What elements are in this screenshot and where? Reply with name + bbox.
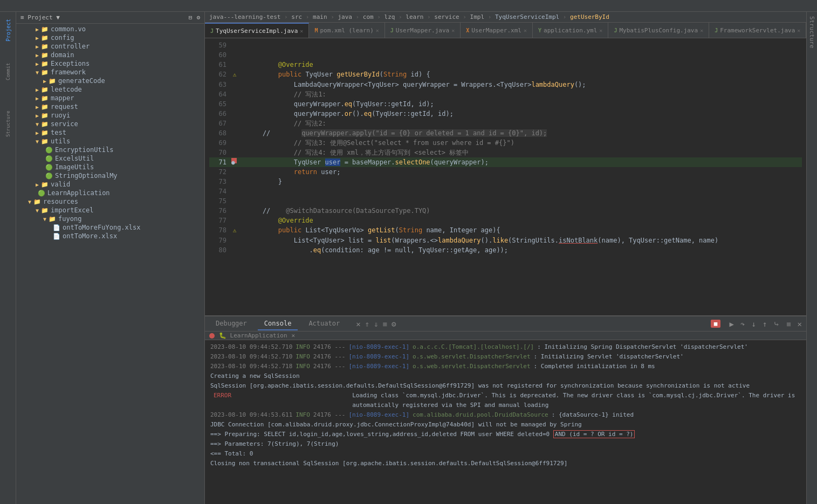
code-line-65: 65 queryWrapper.eq(TyqUser::getId, id); xyxy=(209,99,802,109)
debug-tab-actuator[interactable]: Actuator xyxy=(302,317,346,330)
step-over-btn[interactable]: ↷ xyxy=(740,320,745,328)
structure-label[interactable]: Structure xyxy=(806,12,817,53)
code-line-69: 69 // 写法3: 使用@Select("select * from user… xyxy=(209,138,802,148)
tab-close-3[interactable]: ✕ xyxy=(524,27,527,33)
project-label: ≡ Project ▼ xyxy=(20,14,60,21)
project-panel: ≡ Project ▼ ⊟ ⚙ ▶ 📁 common.vo ▶ 📁 config… xyxy=(16,12,205,504)
stop-btn[interactable]: ■ xyxy=(711,320,721,328)
project-tree: ▶ 📁 common.vo ▶ 📁 config ▶ 📁 controller … xyxy=(16,24,204,504)
tree-item-23[interactable]: 📄 ontToMoreFuYong.xlsx xyxy=(16,223,204,232)
tab-close-4[interactable]: ✕ xyxy=(599,27,602,33)
tree-item-9[interactable]: ▶ 📁 request xyxy=(16,102,204,111)
evaluate-btn[interactable]: ≡ xyxy=(786,320,791,328)
code-line-74: 74 xyxy=(209,187,802,196)
close-debug-btn[interactable]: ✕ xyxy=(798,320,802,328)
breadcrumb: java---learning-test › src › main › java… xyxy=(205,12,806,23)
tab-4[interactable]: Y application.yml ✕ xyxy=(533,23,608,38)
code-line-68: 68 // queryWrapper.apply("id = {0} or de… xyxy=(209,128,802,138)
tree-item-19[interactable]: 🟢 LearnApplication xyxy=(16,189,204,197)
log-line-8: ==> Preparing: SELECT id,login_id,age,lo… xyxy=(209,430,802,439)
editor-area: java---learning-test › src › main › java… xyxy=(205,12,806,504)
tab-1[interactable]: M pom.xml (learn) ✕ xyxy=(309,23,385,38)
tab-3[interactable]: X UserMapper.xml ✕ xyxy=(461,23,533,38)
tab-close-2[interactable]: ✕ xyxy=(451,27,455,33)
tree-item-14[interactable]: 🟢 EncryptionUtils xyxy=(16,146,204,154)
scroll-bottom-btn[interactable]: ⇓ xyxy=(373,319,379,329)
tree-item-4[interactable]: ▶ 📁 Exceptions xyxy=(16,59,204,68)
tab-5[interactable]: J MybatisPlusConfig.java ✕ xyxy=(608,23,709,38)
step-out-btn[interactable]: ↑ xyxy=(763,320,767,328)
tree-item-12[interactable]: ▶ 📁 test xyxy=(16,128,204,137)
tree-item-11[interactable]: ▼ 📁 service xyxy=(16,120,204,128)
icon-sidebar: Project Commit Structure xyxy=(0,12,16,504)
code-line-73: 73 } xyxy=(209,177,802,187)
debug-close[interactable]: ✕ xyxy=(292,332,296,339)
log-line-6: 2023-08-10 09:44:53.611 INFO 24176 --- [… xyxy=(209,410,802,420)
commit-icon[interactable]: Commit xyxy=(4,58,12,85)
tab-6[interactable]: J FrameworkServlet.java ✕ xyxy=(709,23,806,38)
structure-icon[interactable]: Structure xyxy=(4,108,12,140)
tree-item-7[interactable]: ▶ 📁 leetcode xyxy=(16,85,204,94)
code-line-63: 63 LambdaQueryWrapper<TyqUser> queryWrap… xyxy=(209,80,802,89)
scroll-top-btn[interactable]: ⇑ xyxy=(364,319,370,329)
tree-item-22[interactable]: ▼ 📁 fuyong xyxy=(16,215,204,223)
debug-tab-console[interactable]: Console xyxy=(258,317,298,330)
tab-close-1[interactable]: ✕ xyxy=(376,27,379,33)
settings-btn[interactable]: ⚙ xyxy=(390,319,397,329)
code-line-62: 62 ⚠ public TyqUser getUserById(String i… xyxy=(209,70,802,80)
tree-item-18[interactable]: ▶ 📁 valid xyxy=(16,180,204,189)
code-line-59: 59 xyxy=(209,40,802,50)
log-line-4: SqlSession [org.apache.ibatis.session.de… xyxy=(209,381,802,391)
project-panel-header: ≡ Project ▼ ⊟ ⚙ xyxy=(16,12,204,24)
tree-item-8[interactable]: ▶ 📁 mapper xyxy=(16,94,204,102)
clear-btn[interactable]: ✕ xyxy=(355,319,361,329)
tree-item-2[interactable]: ▶ 📁 controller xyxy=(16,42,204,51)
settings-icon[interactable]: ⚙ xyxy=(196,14,200,21)
log-line-10: <== Total: 0 xyxy=(209,449,802,459)
resume-btn[interactable]: ▶ xyxy=(729,320,733,328)
code-line-72: 72 return user; xyxy=(209,167,802,177)
project-icon[interactable]: Project xyxy=(4,14,12,46)
tree-item-20[interactable]: ▼ 📁 resources xyxy=(16,197,204,206)
code-line-61: 61 @Override xyxy=(209,60,802,70)
tree-item-3[interactable]: ▶ 📁 domain xyxy=(16,51,204,59)
tree-item-17[interactable]: 🟢 StringOptionalMy xyxy=(16,171,204,180)
log-line-1: 2023-08-10 09:44:52.710 INFO 24176 --- [… xyxy=(209,352,802,362)
step-into-btn[interactable]: ↓ xyxy=(751,320,756,328)
code-line-76: 76 // @SwitchDatasource(DataSourceType.T… xyxy=(209,206,802,216)
tab-0[interactable]: J TyqUserServiceImpl.java ✕ xyxy=(205,23,309,38)
tree-item-1[interactable]: ▶ 📁 config xyxy=(16,33,204,42)
tree-item-10[interactable]: ▶ 📁 ruoyi xyxy=(16,111,204,120)
code-line-67: 67 // 写法2: xyxy=(209,119,802,128)
code-line-78: 78 ⚠ public List<TyqUserVo> getList(Stri… xyxy=(209,225,802,236)
tree-item-21[interactable]: ▼ 📁 importExcel xyxy=(16,206,204,215)
tree-item-0[interactable]: ▶ 📁 common.vo xyxy=(16,25,204,33)
tab-2[interactable]: J UserMapper.java ✕ xyxy=(385,23,461,38)
tab-close-0[interactable]: ✕ xyxy=(300,28,303,34)
debug-content[interactable]: 2023-08-10 09:44:52.710 INFO 24176 --- [… xyxy=(205,340,806,504)
main-layout: Project Commit Structure ≡ Project ▼ ⊟ ⚙… xyxy=(0,12,817,504)
tree-item-6[interactable]: ▶ 📁 generateCode xyxy=(16,77,204,85)
tree-item-13[interactable]: ▼ 📁 utils xyxy=(16,137,204,146)
log-line-2: 2023-08-10 09:44:52.718 INFO 24176 --- [… xyxy=(209,362,802,371)
tree-item-15[interactable]: 🟢 ExcelsUtil xyxy=(16,154,204,163)
code-line-60: 60 xyxy=(209,50,802,60)
debug-app-name[interactable]: 🐛 LearnApplication xyxy=(219,332,287,339)
code-editor[interactable]: 59 60 61 @Override 62 ⚠ public TyqUser g… xyxy=(205,38,806,315)
code-line-71: 71 ● TyqUser user = baseMapper.selectOne… xyxy=(209,157,802,167)
log-line-11: Closing non transactional SqlSession [or… xyxy=(209,459,802,468)
tree-item-5[interactable]: ▼ 📁 framework xyxy=(16,68,204,77)
filter-btn[interactable]: ≡ xyxy=(381,319,388,329)
debug-header: Debugger Console Actuator ✕ ⇑ ⇓ ≡ ⚙ ■ ▶ … xyxy=(205,316,806,332)
breadcrumb-text: java---learning-test › src › main › java… xyxy=(209,13,609,20)
tab-close-6[interactable]: ✕ xyxy=(797,27,800,33)
tree-item-16[interactable]: 🟢 ImageUtils xyxy=(16,163,204,171)
debug-status-icon xyxy=(209,333,215,339)
code-line-77: 77 @Override xyxy=(209,216,802,225)
debug-tab-debugger[interactable]: Debugger xyxy=(209,317,253,330)
run-to-cursor-btn[interactable]: ⤷ xyxy=(773,320,780,328)
tree-item-24[interactable]: 📄 ontToMore.xlsx xyxy=(16,232,204,240)
tab-close-5[interactable]: ✕ xyxy=(700,27,703,33)
collapse-icon[interactable]: ⊟ xyxy=(189,14,193,21)
log-line-7: JDBC Connection [com.alibaba.druid.proxy… xyxy=(209,420,802,430)
